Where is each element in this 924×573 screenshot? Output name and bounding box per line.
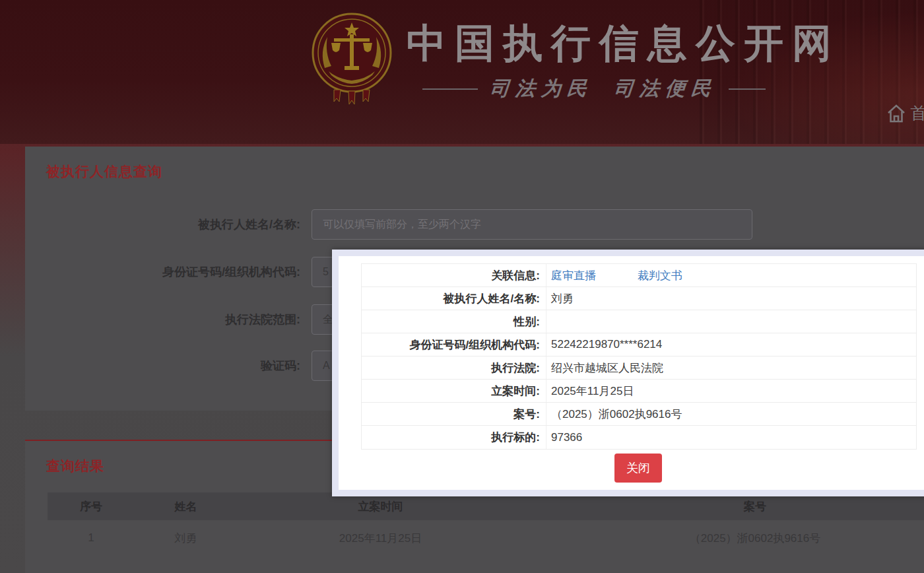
close-button[interactable]: 关闭 xyxy=(614,454,662,483)
detail-modal: 关联信息: 庭审直播 裁判文书 被执行人姓名/名称: 刘勇 性别: 身份证号码/… xyxy=(332,250,924,496)
detail-name-label: 被执行人姓名/名称: xyxy=(362,287,546,310)
related-info-label: 关联信息: xyxy=(362,264,546,286)
detail-row-related-info: 关联信息: 庭审直播 裁判文书 xyxy=(362,264,916,287)
detail-row-court: 执行法院: 绍兴市越城区人民法院 xyxy=(362,356,916,380)
detail-row-gender: 性别: xyxy=(362,310,916,333)
detail-name-value: 刘勇 xyxy=(546,291,916,306)
judgment-documents-link[interactable]: 裁判文书 xyxy=(638,269,682,282)
detail-execution-target-label: 执行标的: xyxy=(362,426,546,449)
detail-court-value: 绍兴市越城区人民法院 xyxy=(546,360,916,376)
detail-case-number-label: 案号: xyxy=(362,403,546,425)
detail-id-value: 52242219870****6214 xyxy=(546,338,916,351)
detail-row-case-number: 案号: （2025）浙0602执9616号 xyxy=(362,403,916,426)
detail-execution-target-value: 97366 xyxy=(546,431,916,444)
detail-court-label: 执行法院: xyxy=(362,356,546,379)
detail-id-label: 身份证号码/组织机构代码: xyxy=(362,333,546,356)
court-livestream-link[interactable]: 庭审直播 xyxy=(551,269,596,282)
detail-filing-date-value: 2025年11月25日 xyxy=(546,384,916,399)
detail-row-id-number: 身份证号码/组织机构代码: 52242219870****6214 xyxy=(362,333,916,356)
detail-row-filing-date: 立案时间: 2025年11月25日 xyxy=(362,380,916,403)
detail-row-execution-target: 执行标的: 97366 xyxy=(362,426,916,449)
detail-row-name: 被执行人姓名/名称: 刘勇 xyxy=(362,287,916,310)
detail-case-number-value: （2025）浙0602执9616号 xyxy=(546,407,916,422)
detail-gender-label: 性别: xyxy=(362,310,546,333)
detail-table: 关联信息: 庭审直播 裁判文书 被执行人姓名/名称: 刘勇 性别: 身份证号码/… xyxy=(361,263,917,450)
detail-filing-date-label: 立案时间: xyxy=(362,380,546,402)
